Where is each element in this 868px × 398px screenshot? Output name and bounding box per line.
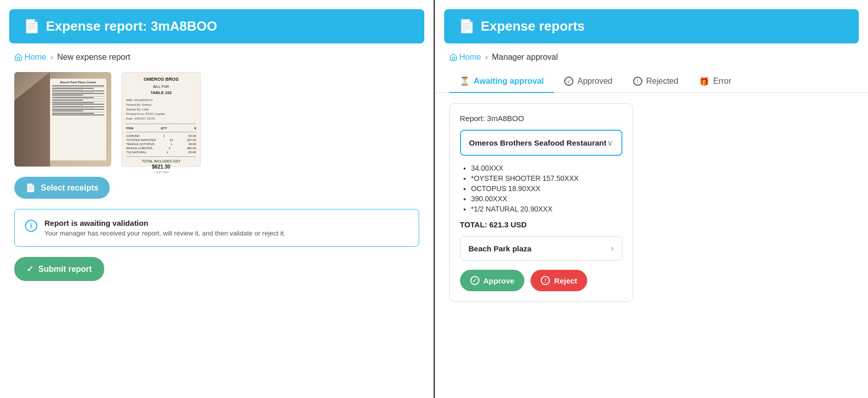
restaurant-name: Omeros Brothers Seafood Restaurant (469, 138, 607, 147)
receipt-photo-1[interactable]: Beach Park Plaza Center (14, 72, 111, 167)
awaiting-icon: ⏳ (460, 76, 470, 86)
receipt-photo-2[interactable]: OMEROS BROS BILL FOR TABLE 102 ABN: 8412… (122, 72, 201, 167)
list-item: 34.00XXX (471, 164, 622, 172)
list-item: *OYSTER SHOOTER 157.50XXX (471, 174, 622, 182)
beach-park-label: Beach Park plaza (469, 244, 532, 253)
right-breadcrumb-sep: › (485, 53, 488, 62)
tabs-bar: ⏳ Awaiting approval ✓ Approved ! Rejecte… (435, 67, 869, 93)
tab-approved[interactable]: ✓ Approved (554, 71, 623, 92)
select-receipts-label: Select receipts (41, 183, 99, 193)
reject-icon: ! (541, 276, 550, 285)
validation-box: i Report is awaiting validation Your man… (14, 209, 419, 247)
select-receipts-icon: 📄 (26, 183, 36, 193)
list-item: OCTOPUS 18.90XXX (471, 184, 622, 193)
right-header: 📄 Expense reports (444, 9, 859, 43)
left-header-title: Expense report: 3mA8BOO (46, 18, 217, 34)
error-icon: 🎁 (699, 77, 709, 86)
beach-park-receipt[interactable]: Beach Park plaza › (460, 236, 622, 261)
right-home-link[interactable]: Home (449, 53, 481, 62)
approve-button[interactable]: ✓ Approve (460, 270, 525, 291)
right-breadcrumb-current: Manager approval (492, 53, 558, 62)
left-breadcrumb-sep: › (51, 53, 53, 62)
reject-label: Reject (554, 276, 577, 285)
submit-report-button[interactable]: ✓ Submit report (14, 257, 104, 281)
right-header-icon: 📄 (459, 18, 475, 34)
validation-text: Report is awaiting validation Your manag… (44, 219, 285, 237)
right-header-title: Expense reports (481, 18, 585, 34)
left-breadcrumb: Home › New expense report (0, 43, 433, 67)
submit-icon: ✓ (27, 264, 33, 274)
awaiting-label: Awaiting approval (474, 77, 544, 86)
restaurant-selector[interactable]: Omeros Brothers Seafood Restaurant ∨ (460, 130, 622, 156)
left-header: 📄 Expense report: 3mA8BOO (9, 9, 424, 43)
error-label: Error (713, 77, 732, 86)
items-list: 34.00XXX *OYSTER SHOOTER 157.50XXX OCTOP… (460, 164, 622, 213)
rejected-label: Rejected (646, 77, 679, 86)
rejected-icon: ! (633, 77, 642, 86)
chevron-right-icon: › (611, 244, 613, 253)
tab-rejected[interactable]: ! Rejected (623, 71, 689, 92)
approved-icon: ✓ (564, 77, 573, 86)
left-panel: 📄 Expense report: 3mA8BOO Home › New exp… (0, 0, 435, 398)
report-card: Report: 3mA8BOO Omeros Brothers Seafood … (449, 103, 633, 302)
left-breadcrumb-current: New expense report (57, 53, 130, 62)
left-home-link[interactable]: Home (14, 53, 46, 62)
approved-label: Approved (577, 77, 613, 86)
info-icon: i (25, 220, 37, 232)
receipts-area: Beach Park Plaza Center (0, 67, 433, 177)
report-card-title: Report: 3mA8BOO (460, 114, 622, 123)
right-breadcrumb: Home › Manager approval (435, 43, 869, 67)
reject-button[interactable]: ! Reject (531, 270, 587, 291)
total-line: TOTAL: 621.3 USD (460, 220, 622, 229)
validation-title: Report is awaiting validation (44, 219, 285, 227)
validation-description: Your manager has received your report, w… (44, 229, 285, 237)
approve-label: Approve (484, 276, 515, 285)
approve-icon: ✓ (470, 276, 479, 285)
submit-label: Submit report (38, 265, 92, 274)
tab-error[interactable]: 🎁 Error (689, 71, 742, 92)
receipt2-header: OMEROS BROS (126, 77, 196, 82)
right-panel: 📄 Expense reports Home › Manager approva… (435, 0, 869, 398)
dropdown-chevron-icon: ∨ (607, 138, 613, 148)
list-item: *1/2 NATURAL 20.90XXX (471, 205, 622, 213)
tab-awaiting-approval[interactable]: ⏳ Awaiting approval (449, 70, 554, 93)
list-item: 390.00XXX (471, 195, 622, 203)
actions-row: ✓ Approve ! Reject (460, 270, 622, 291)
left-header-icon: 📄 (23, 18, 40, 34)
select-receipts-button[interactable]: 📄 Select receipts (14, 177, 110, 199)
